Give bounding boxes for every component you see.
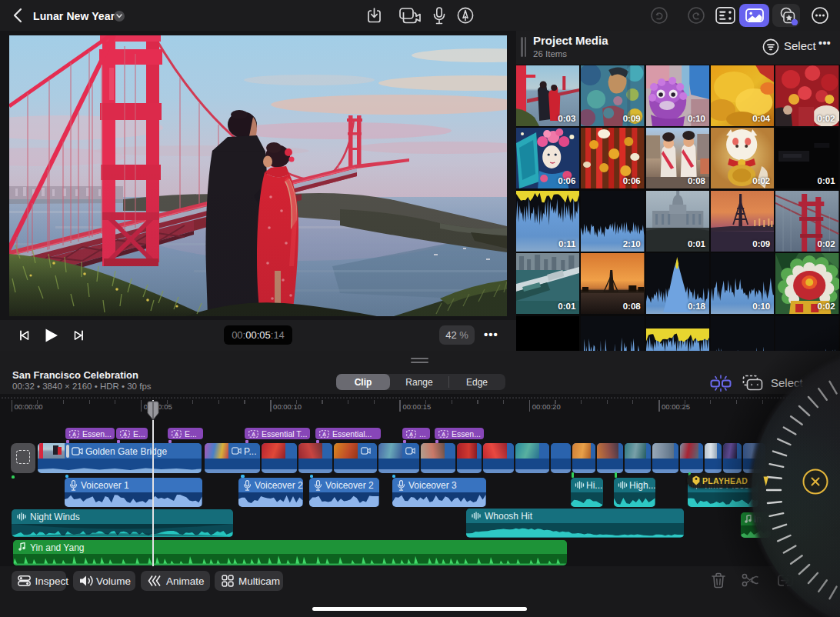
svg-text:A: A	[123, 431, 127, 436]
svg-text:A: A	[175, 431, 178, 436]
svg-text:A: A	[72, 431, 76, 436]
svg-text:A: A	[409, 431, 413, 436]
svg-text:A: A	[252, 431, 255, 436]
svg-text:A: A	[322, 431, 326, 436]
svg-text:A: A	[442, 431, 445, 436]
